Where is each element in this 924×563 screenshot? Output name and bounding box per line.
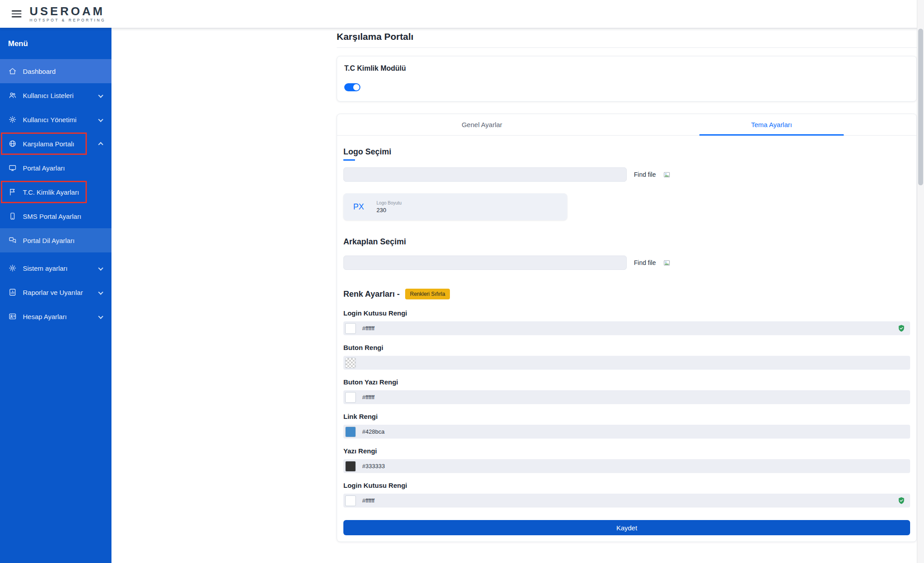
broken-image-icon: [663, 171, 671, 179]
home-icon: [8, 67, 17, 76]
chevron-down-icon: [98, 265, 103, 270]
sidebar-item-kullanici-yonetimi[interactable]: Kullanıcı Yönetimi: [0, 107, 111, 132]
theme-settings-card: Genel Ayarlar Tema Ayarları Logo Seçimi …: [337, 114, 917, 542]
color-field-link-rengi: Link Rengi #428bca: [343, 413, 910, 439]
chevron-down-icon: [98, 314, 103, 319]
color-field-label: Buton Rengi: [343, 344, 910, 351]
toggle-knob: [353, 84, 359, 90]
color-field-label: Yazı Rengi: [343, 447, 910, 455]
color-field-login-kutusu-rengi: Login Kutusu Rengi #ffffff: [343, 309, 910, 335]
sidebar-item-tc-kimlik-ayarlari[interactable]: T.C. Kimlik Ayarları: [0, 180, 111, 204]
color-input-row[interactable]: #333333: [343, 459, 910, 473]
menu-icon[interactable]: [12, 10, 21, 17]
tc-kimlik-module-card: T.C Kimlik Modülü: [337, 56, 917, 102]
sidebar-item-label: T.C. Kimlik Ayarları: [23, 188, 105, 196]
color-input-row[interactable]: [343, 356, 910, 370]
background-find-file-button[interactable]: Find file: [634, 259, 656, 266]
sidebar-item-sms-portal-ayarlari[interactable]: SMS Portal Ayarları: [0, 204, 111, 228]
sidebar-item-karsilama-portali[interactable]: Karşılama Portalı: [0, 132, 111, 156]
logo-find-file-button[interactable]: Find file: [634, 171, 656, 178]
color-swatch-transparent[interactable]: [345, 358, 356, 368]
sidebar-item-dashboard[interactable]: Dashboard: [0, 59, 111, 83]
tab-genel-ayarlar[interactable]: Genel Ayarlar: [337, 114, 627, 135]
color-hex-value: #333333: [362, 463, 385, 469]
sidebar-item-raporlar-ve-uyarilar[interactable]: Raporlar ve Uyarılar: [0, 280, 111, 304]
top-bar: USEROAM HOTSPOT & REPORTING: [0, 0, 924, 28]
color-field-label: Login Kutusu Rengi: [343, 309, 910, 317]
page-title: Karşılama Portalı: [337, 31, 917, 48]
color-hex-value: #ffffff: [362, 394, 375, 401]
account-icon: [8, 312, 17, 321]
language-icon: [8, 236, 17, 245]
color-hex-value: #428bca: [362, 428, 385, 435]
chevron-down-icon: [98, 117, 103, 122]
sidebar-item-sistem-ayarlari[interactable]: Sistem ayarları: [0, 256, 111, 280]
gear-icon: [8, 264, 17, 273]
logo-section-title: Logo Seçimi: [343, 147, 391, 157]
sidebar-item-hesap-ayarlari[interactable]: Hesap Ayarları: [0, 304, 111, 328]
sidebar-item-label: Sistem ayarları: [23, 264, 93, 272]
vertical-scrollbar[interactable]: [917, 0, 924, 563]
sidebar-item-portal-dil-ayarlari[interactable]: Portal Dil Ayarları: [0, 228, 111, 252]
chevron-up-icon: [98, 142, 103, 147]
sidebar-item-label: SMS Portal Ayarları: [23, 213, 105, 220]
background-section-title: Arkaplan Seçimi: [343, 237, 406, 247]
color-swatch[interactable]: [345, 323, 356, 334]
chevron-down-icon: [98, 93, 103, 98]
shield-check-icon: [897, 496, 906, 505]
main-content: Karşılama Portalı T.C Kimlik Modülü Gene…: [111, 28, 917, 563]
color-swatch[interactable]: [345, 427, 356, 437]
settings-tabs: Genel Ayarlar Tema Ayarları: [337, 114, 916, 136]
color-swatch[interactable]: [345, 495, 356, 506]
sidebar-item-label: Dashboard: [23, 68, 105, 75]
app-window: USEROAM HOTSPOT & REPORTING Menü Dashboa…: [0, 0, 924, 563]
sidebar-item-label: Kullanıcı Yönetimi: [23, 116, 93, 124]
logo-size-unit: PX: [353, 202, 364, 212]
save-button[interactable]: Kaydet: [343, 520, 910, 535]
logo-size-label: Logo Boyutu: [376, 200, 402, 205]
color-hex-value: #ffffff: [362, 497, 375, 504]
color-swatch[interactable]: [345, 392, 356, 403]
globe-icon: [8, 139, 17, 148]
color-field-yazi-rengi: Yazı Rengi #333333: [343, 447, 910, 473]
sidebar-item-kullanici-listeleri[interactable]: Kullanıcı Listeleri: [0, 83, 111, 107]
logo-file-row: Find file: [343, 167, 910, 182]
color-input-row[interactable]: #ffffff: [343, 494, 910, 508]
color-field-buton-rengi: Buton Rengi: [343, 344, 910, 370]
background-file-input[interactable]: [343, 256, 627, 270]
color-hex-value: #ffffff: [362, 325, 375, 332]
shield-check-icon: [897, 324, 906, 333]
color-field-buton-yazi-rengi: Buton Yazı Rengi #ffffff: [343, 378, 910, 404]
color-input-row[interactable]: #ffffff: [343, 321, 910, 335]
color-swatch[interactable]: [345, 461, 356, 472]
brand-logo: USEROAM HOTSPOT & REPORTING: [30, 5, 106, 22]
colors-section-header: Renk Ayarları - Renkleri Sıfırla: [343, 289, 910, 299]
brand-name: USEROAM: [30, 5, 106, 17]
sidebar-item-label: Portal Ayarları: [23, 164, 105, 172]
flag-icon: [8, 188, 17, 196]
logo-size-value[interactable]: 230: [376, 207, 402, 213]
color-field-label: Buton Yazı Rengi: [343, 378, 910, 386]
sidebar-item-label: Karşılama Portalı: [23, 140, 93, 148]
sidebar-menu-label: Menü: [0, 28, 111, 59]
color-input-row[interactable]: #ffffff: [343, 390, 910, 404]
reset-colors-button[interactable]: Renkleri Sıfırla: [405, 289, 450, 299]
tc-kimlik-toggle[interactable]: [344, 83, 360, 91]
tab-tema-ayarlari[interactable]: Tema Ayarları: [627, 114, 916, 135]
color-field-label: Link Rengi: [343, 413, 910, 420]
sidebar-item-label: Portal Dil Ayarları: [23, 237, 105, 244]
color-field-label: Login Kutusu Rengi: [343, 482, 910, 489]
sidebar-item-label: Raporlar ve Uyarılar: [23, 289, 93, 296]
chevron-down-icon: [98, 290, 103, 294]
scrollbar-thumb[interactable]: [918, 29, 923, 185]
color-input-row[interactable]: #428bca: [343, 425, 910, 439]
logo-file-input[interactable]: [343, 167, 627, 182]
sidebar-item-label: Kullanıcı Listeleri: [23, 92, 93, 99]
phone-icon: [8, 212, 17, 221]
sidebar: Menü Dashboard Kullanıcı Listeleri Kulla…: [0, 28, 111, 563]
sidebar-item-label: Hesap Ayarları: [23, 313, 93, 320]
color-field-login-kutusu-rengi-2: Login Kutusu Rengi #ffffff: [343, 482, 910, 508]
logo-size-box: PX Logo Boyutu 230: [343, 193, 567, 220]
sidebar-item-portal-ayarlari[interactable]: Portal Ayarları: [0, 156, 111, 180]
users-icon: [8, 91, 17, 100]
